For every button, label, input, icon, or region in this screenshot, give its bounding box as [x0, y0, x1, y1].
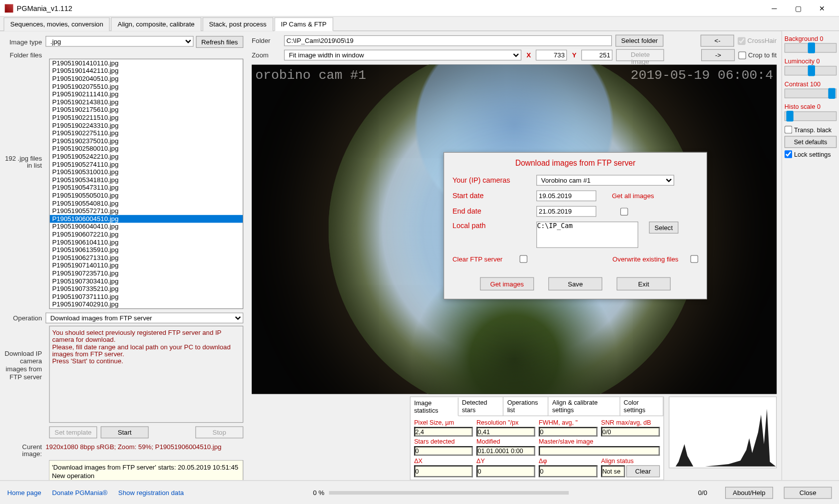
file-item[interactable]: P19051906271310.jpg: [50, 254, 243, 262]
file-item[interactable]: P19051902143810.jpg: [50, 98, 243, 106]
file-item[interactable]: P19051906040410.jpg: [50, 223, 243, 231]
operation-select[interactable]: Download images from FTP server: [45, 312, 243, 323]
stats-clear-button[interactable]: Clear: [626, 465, 660, 477]
modified-label: Modified: [476, 438, 535, 445]
histo-slider[interactable]: [785, 111, 837, 121]
zoom-label: Zoom: [252, 51, 281, 58]
select-folder-button[interactable]: Select folder: [616, 35, 664, 47]
file-item[interactable]: P19051905572710.jpg: [50, 207, 243, 215]
start-button[interactable]: Start: [101, 426, 149, 438]
transp-check[interactable]: Transp. black: [785, 126, 837, 134]
minimize-button[interactable]: ─: [762, 0, 786, 16]
zoom-select[interactable]: Fit image width in window: [284, 50, 522, 61]
file-item[interactable]: P19051901442110.jpg: [50, 67, 243, 75]
file-item[interactable]: P19051901410110.jpg: [50, 59, 243, 67]
background-slider[interactable]: [785, 43, 837, 52]
file-item[interactable]: P19051902211510.jpg: [50, 114, 243, 122]
next-image-button[interactable]: ->: [701, 49, 735, 61]
stats-tab-ops[interactable]: Operations list: [504, 397, 549, 416]
tab-ipcams[interactable]: IP Cams & FTP: [274, 17, 333, 31]
home-link[interactable]: Home page: [7, 489, 41, 496]
file-item[interactable]: P19051905505010.jpg: [50, 192, 243, 200]
master-value[interactable]: [539, 446, 660, 456]
lock-check[interactable]: Lock settings: [785, 150, 837, 158]
x-input[interactable]: [536, 50, 567, 61]
file-item[interactable]: P19051905310010.jpg: [50, 168, 243, 176]
end-date-input[interactable]: [536, 206, 596, 217]
file-item[interactable]: P19051902175610.jpg: [50, 106, 243, 114]
main-tabs: Sequences, movies, conversion Align, com…: [0, 17, 839, 31]
dialog-exit-button[interactable]: Exit: [617, 277, 671, 290]
tab-align[interactable]: Align, composite, calibrate: [111, 17, 201, 31]
file-item[interactable]: P19051906135910.jpg: [50, 246, 243, 254]
file-item[interactable]: P19051902075510.jpg: [50, 83, 243, 91]
contrast-slider[interactable]: [785, 89, 837, 98]
local-path-input[interactable]: C:\IP_Cam: [536, 222, 638, 248]
file-item[interactable]: P19051906004510.jpg: [50, 215, 243, 223]
fwhm-value[interactable]: [539, 427, 598, 437]
tab-sequences[interactable]: Sequences, movies, conversion: [3, 17, 110, 31]
dy-value[interactable]: [476, 465, 535, 477]
stars-value[interactable]: [414, 446, 473, 456]
start-date-input[interactable]: [536, 191, 596, 202]
footer-close-button[interactable]: Close: [784, 487, 832, 499]
dx-value[interactable]: [414, 465, 473, 477]
file-item[interactable]: P19051907235710.jpg: [50, 269, 243, 277]
file-list[interactable]: P19051901410110.jpgP19051901442110.jpgP1…: [49, 59, 243, 309]
pixel-size-value[interactable]: [414, 427, 473, 437]
file-item[interactable]: P19051905540810.jpg: [50, 200, 243, 208]
folder-input[interactable]: [284, 35, 612, 46]
file-item[interactable]: P19051907335210.jpg: [50, 285, 243, 293]
file-item[interactable]: P19051907303410.jpg: [50, 277, 243, 285]
resolution-value[interactable]: [476, 427, 535, 437]
donate-link[interactable]: Donate PGMania®: [52, 489, 107, 496]
file-item[interactable]: P19051902040510.jpg: [50, 75, 243, 83]
start-date-label: Start date: [452, 192, 530, 200]
fwhm-label: FWHM, avg, ": [539, 419, 598, 426]
refresh-files-button[interactable]: Refresh files: [196, 36, 243, 48]
stats-tab-stars[interactable]: Detected stars: [458, 397, 504, 416]
align-value[interactable]: [601, 465, 625, 477]
file-item[interactable]: P19051907371110.jpg: [50, 293, 243, 301]
stats-tab-align[interactable]: Align & calibrate settings: [549, 397, 620, 416]
close-window-button[interactable]: ✕: [810, 0, 834, 16]
luminocity-slider[interactable]: [785, 66, 837, 75]
set-defaults-button[interactable]: Set defaults: [785, 136, 837, 148]
file-item[interactable]: P19051905242210.jpg: [50, 153, 243, 161]
about-button[interactable]: About/Help: [725, 487, 773, 499]
dphi-value[interactable]: [539, 465, 598, 477]
file-item[interactable]: P19051905473110.jpg: [50, 184, 243, 192]
file-item[interactable]: P19051907402910.jpg: [50, 300, 243, 308]
file-item[interactable]: P19051902275110.jpg: [50, 129, 243, 137]
dy-label: ΔY: [476, 457, 535, 464]
camera-select[interactable]: Vorobino cam #1: [536, 175, 674, 186]
file-item[interactable]: P19051907140110.jpg: [50, 261, 243, 269]
file-item[interactable]: P19051902243310.jpg: [50, 122, 243, 130]
crop-check[interactable]: Crop to fit: [739, 51, 777, 59]
file-item[interactable]: P19051906104110.jpg: [50, 239, 243, 247]
maximize-button[interactable]: ▢: [786, 0, 810, 16]
file-item[interactable]: P19051902375010.jpg: [50, 137, 243, 145]
prev-image-button[interactable]: <-: [701, 35, 734, 47]
y-input[interactable]: [581, 50, 612, 61]
file-item[interactable]: P19051905274110.jpg: [50, 161, 243, 169]
dialog-save-button[interactable]: Save: [548, 277, 602, 290]
image-viewport[interactable]: orobino cam #1 2019-05-19 06:00:4 Downlo…: [252, 65, 777, 394]
get-images-button[interactable]: Get images: [480, 277, 534, 290]
clear-ftp-check[interactable]: [519, 255, 527, 263]
tab-stack[interactable]: Stack, post process: [202, 17, 273, 31]
select-path-button[interactable]: Select: [649, 222, 678, 234]
file-item[interactable]: P19051902111410.jpg: [50, 90, 243, 98]
get-all-check[interactable]: [620, 208, 628, 216]
snr-value[interactable]: [601, 427, 660, 437]
modified-value[interactable]: [476, 446, 535, 456]
registration-link[interactable]: Show registration data: [118, 489, 184, 496]
image-type-select[interactable]: .jpg: [45, 36, 193, 47]
file-item[interactable]: P19051905341810.jpg: [50, 176, 243, 184]
delete-image-button: Delete image: [616, 49, 664, 61]
file-item[interactable]: P19051902580010.jpg: [50, 145, 243, 153]
file-item[interactable]: P19051906072210.jpg: [50, 231, 243, 239]
overwrite-check[interactable]: [690, 255, 698, 263]
stats-tab-color[interactable]: Color settings: [620, 397, 664, 416]
stats-tab-image[interactable]: Image statistics: [411, 398, 458, 416]
